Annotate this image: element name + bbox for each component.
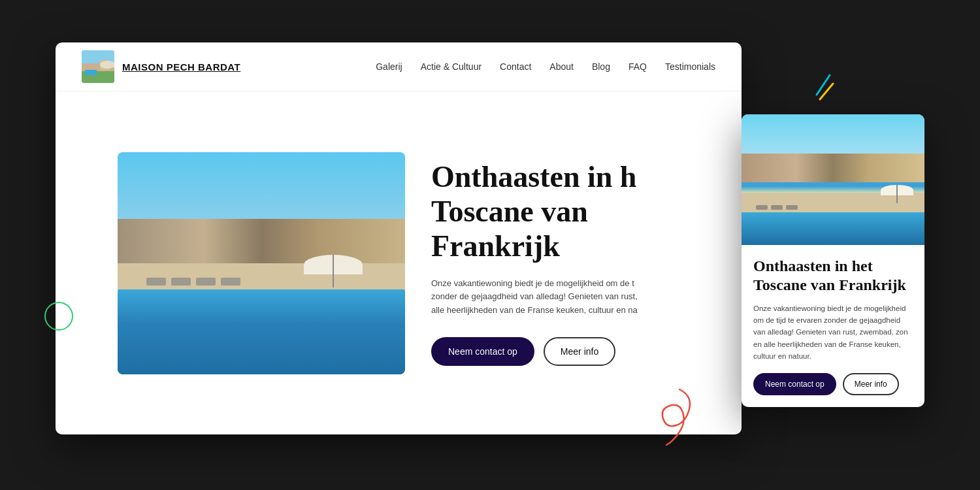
second-card-cta-secondary[interactable]: Meer info (843, 373, 899, 395)
second-card-buttons: Neem contact op Meer info (753, 373, 913, 395)
nav-item-galerij[interactable]: Galerij (376, 61, 402, 72)
navbar: MAISON PECH BARDAT Galerij Actie & Cultu… (56, 42, 742, 91)
hero-title: Onthaasten in h Toscane van Frankrijk (431, 160, 696, 264)
hero-description: Onze vakantiewoning biedt je de mogelijk… (431, 277, 640, 318)
hero-image (118, 152, 405, 374)
second-card-description: Onze vakantiewoning biedt je de mogelijk… (753, 302, 913, 363)
nav-links-container: Galerij Actie & Cultuur Contact About Bl… (376, 61, 715, 72)
nav-item-faq[interactable]: FAQ (629, 61, 647, 72)
nav-item-testimonials[interactable]: Testimonials (665, 61, 715, 72)
hero-cta-secondary[interactable]: Meer info (544, 337, 615, 366)
svg-line-0 (817, 75, 830, 95)
logo-image (82, 50, 114, 83)
nav-item-blog[interactable]: Blog (592, 61, 610, 72)
svg-rect-5 (85, 70, 97, 75)
deco-scribble-icon (653, 383, 706, 451)
hero-section: Onthaasten in h Toscane van Frankrijk On… (56, 91, 742, 434)
deco-circle (44, 302, 73, 331)
nav-logo[interactable]: MAISON PECH BARDAT (82, 50, 240, 83)
nav-item-about[interactable]: About (549, 61, 574, 72)
nav-item-actie-cultuur[interactable]: Actie & Cultuur (421, 61, 482, 72)
second-card-image (742, 114, 924, 245)
second-card-cta-primary[interactable]: Neem contact op (753, 373, 836, 395)
second-card: Onthaasten in het Toscane van Frankrijk … (742, 114, 924, 407)
second-card-body: Onthaasten in het Toscane van Frankrijk … (742, 245, 924, 407)
nav-item-contact[interactable]: Contact (500, 61, 531, 72)
hero-buttons: Neem contact op Meer info (431, 337, 696, 366)
second-card-title: Onthaasten in het Toscane van Frankrijk (753, 257, 913, 295)
brand-name: MAISON PECH BARDAT (122, 61, 240, 73)
hero-text-block: Onthaasten in h Toscane van Frankrijk On… (405, 160, 715, 366)
deco-pen-icon (810, 72, 843, 107)
main-browser-card: MAISON PECH BARDAT Galerij Actie & Cultu… (56, 42, 742, 434)
hero-cta-primary[interactable]: Neem contact op (431, 337, 534, 366)
